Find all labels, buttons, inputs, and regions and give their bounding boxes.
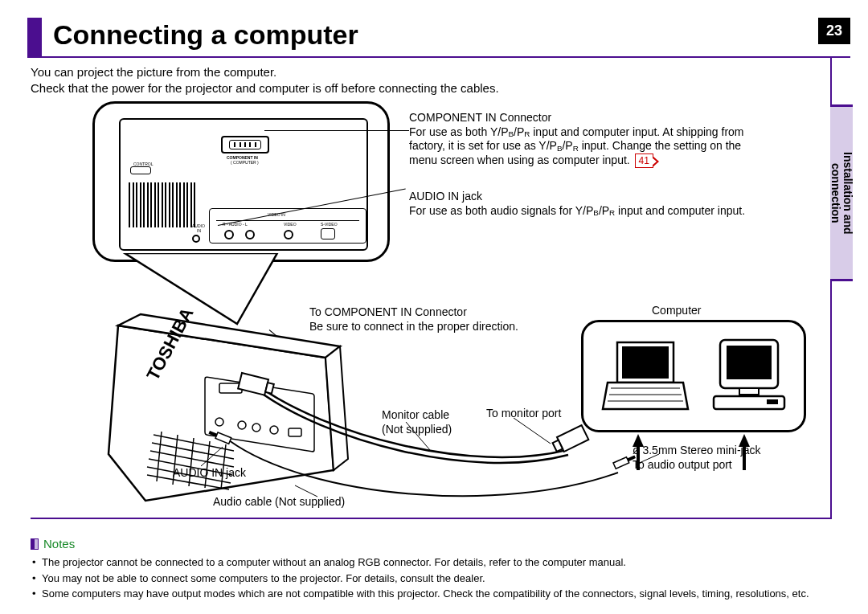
stereo-l2: To audio output port [633,458,760,473]
svg-rect-30 [238,373,268,395]
notes-icon [31,538,39,550]
notes-heading: Notes [31,537,844,551]
note-item: You may not be able to connect some comp… [31,571,844,586]
svg-rect-31 [265,383,274,394]
section-tab-text: Installation and connection [829,152,854,235]
monitor-cable-l2: (Not supplied) [382,423,452,437]
intro-line-1: You can project the picture from the com… [31,64,804,80]
svg-rect-35 [208,431,217,436]
svg-line-39 [514,418,551,444]
monitor-cable-l1: Monitor cable [382,408,452,423]
tab-line2: connection [829,163,842,223]
svg-line-41 [201,447,223,466]
stereo-l1: ø 3.5mm Stereo mini-jack [633,444,760,458]
audio-in-jack-label: AUDIO IN jack [173,466,246,481]
notes-title: Notes [43,537,75,551]
notes-section: Notes The projector cannot be connected … [31,537,844,603]
monitor-cable-label: Monitor cable (Not supplied) [382,408,452,436]
intro-text: You can project the picture from the com… [31,64,804,97]
section-tab: Installation and connection [830,104,853,281]
diagram-area: CONTROL COMPONENT IN ( COMPUTER ) AUDIO [84,96,824,514]
note-item: The projector cannot be connected to a c… [31,555,844,570]
audio-cable-label: Audio cable (Not supplied) [213,495,345,510]
page-title: Connecting a computer [42,18,370,57]
title-accent [27,18,42,57]
svg-rect-36 [613,457,629,469]
top-rule [27,56,850,58]
tab-line1: Installation and [841,152,854,235]
page-number: 23 [818,18,850,44]
intro-line-2: Check that the power for the projector a… [31,80,804,96]
note-item: Some computers may have output modes whi… [31,587,844,601]
stereo-jack-label: ø 3.5mm Stereo mini-jack To audio output… [633,444,760,472]
to-monitor-port-label: To monitor port [486,407,561,421]
title-bar: Connecting a computer [27,18,370,57]
svg-rect-34 [215,432,231,444]
notes-list: The projector cannot be connected to a c… [31,555,844,601]
